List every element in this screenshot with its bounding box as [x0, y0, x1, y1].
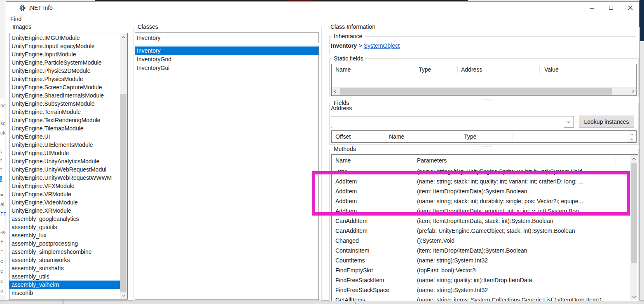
background-text-fragment: t — [0, 158, 2, 163]
images-list-item[interactable]: UnityEngine.ScreenCaptureModule — [9, 83, 120, 91]
method-row[interactable]: CanAddItem(item: ItemDrop/ItemData; stac… — [332, 216, 631, 226]
images-list-item[interactable]: assembly_googleanalytics — [9, 215, 120, 223]
address-combobox[interactable] — [331, 116, 574, 128]
images-list-item[interactable]: UnityEngine.SharedInternalsModule — [9, 91, 120, 100]
method-name-cell: ContainsItem — [335, 246, 414, 255]
method-params-cell: (item: ItemDrop/ItemData; stack: int):Sy… — [417, 216, 630, 226]
images-list-item[interactable]: assembly_sunshafts — [9, 264, 120, 272]
images-list-item[interactable]: assembly_postprocessing — [9, 239, 120, 248]
column-header[interactable]: Address — [461, 64, 482, 75]
spinner-up-icon[interactable] — [628, 132, 635, 137]
images-list-item[interactable]: UnityEngine.IMGUIModule — [9, 34, 120, 42]
method-row[interactable]: FindEmptySlot(topFirst: bool):Vector2i — [332, 265, 631, 275]
inheritance-label: Inheritance — [332, 33, 364, 39]
images-list-item[interactable]: assembly_utils — [9, 272, 120, 281]
classes-list-item[interactable]: Inventory — [135, 46, 318, 55]
images-list-item[interactable]: assembly_guiutils — [9, 223, 120, 231]
address-combo-input[interactable] — [332, 117, 564, 128]
images-list-item[interactable]: UnityEngine.TextRenderingModule — [9, 116, 120, 124]
class-information-label: Class Information — [329, 23, 377, 30]
close-button[interactable] — [621, 2, 640, 14]
method-name-cell: CanAddItem — [335, 226, 414, 236]
column-separator — [457, 66, 458, 73]
column-header[interactable]: Type — [464, 131, 476, 142]
column-header[interactable]: Parameters — [417, 155, 447, 166]
background-text-fragment: = — [0, 248, 3, 254]
images-list-item[interactable]: UnityEngine.VFXModule — [9, 182, 120, 190]
method-row[interactable]: Changed():System.Void — [332, 236, 631, 246]
images-list-item[interactable]: assembly_valheim — [9, 281, 120, 289]
method-row[interactable]: CanAddItem(prefab: UnityEngine.GameObjec… — [332, 226, 631, 236]
images-list-item[interactable]: UnityEngine.InputModule — [9, 50, 120, 58]
images-list-item[interactable]: UnityEngine.VideoModule — [9, 198, 120, 207]
combo-dropdown-icon[interactable] — [564, 116, 572, 127]
images-list-item[interactable]: UnityEngine.UI — [9, 132, 120, 141]
images-list-item[interactable]: UnityEngine.UIElementsModule — [9, 141, 120, 149]
method-row[interactable]: GetAllItems(name: string; items: System.… — [332, 295, 631, 301]
minimize-button[interactable] — [582, 2, 601, 14]
column-header[interactable]: Name — [389, 131, 404, 142]
column-header[interactable]: Name — [335, 64, 351, 75]
fields-spinner[interactable] — [628, 132, 635, 142]
method-row[interactable]: CountItems(name: string):System.Int32 — [332, 255, 631, 265]
scrollbar-thumb[interactable] — [120, 94, 126, 292]
classes-listbox[interactable]: InventoryInventoryGridInventoryGui — [135, 46, 319, 300]
images-listbox[interactable]: UnityEngine.IMGUIModuleUnityEngine.Input… — [9, 33, 128, 299]
images-list-item[interactable]: UnityEngine.ParticleSystemModule — [9, 58, 120, 67]
scroll-up-icon[interactable] — [630, 155, 637, 162]
column-separator — [415, 66, 415, 73]
menu-item-find[interactable]: Find — [8, 14, 24, 24]
images-list-item[interactable]: UnityEngine.SubsystemsModule — [9, 100, 120, 108]
method-row[interactable]: FindFreeStackSpace(name: string):System.… — [332, 285, 631, 295]
method-row[interactable]: ContainsItem(item: ItemDrop/ItemData):Sy… — [332, 246, 631, 255]
scroll-left-icon[interactable] — [332, 87, 339, 95]
images-list-item[interactable]: UnityEngine.VRModule — [9, 190, 120, 198]
splitter-handle-icon[interactable]: ······· — [479, 98, 493, 101]
classes-groupbox: Classes InventoryInventoryGridInventoryG… — [133, 27, 322, 301]
class-filter-input[interactable] — [135, 32, 319, 43]
images-list-item[interactable]: mscorlib — [9, 289, 120, 297]
classes-list-item[interactable]: InventoryGui — [135, 64, 318, 72]
images-list-item[interactable]: UnityEngine.InputLegacyModule — [9, 42, 120, 50]
method-name-cell: Changed — [335, 236, 414, 246]
images-list-item[interactable]: UnityEngine.UnityWebRequestModul — [9, 165, 120, 174]
column-header[interactable]: Type — [419, 64, 431, 75]
images-list-item[interactable]: UnityEngine.UIModule — [9, 149, 120, 157]
scroll-up-icon[interactable] — [120, 34, 127, 41]
images-list-item[interactable]: assembly_lux — [9, 231, 120, 239]
base-class-link[interactable]: SystemObject — [364, 42, 400, 49]
background-window-right-edge — [639, 0, 644, 41]
images-list-item[interactable]: UnityEngine.XRModule — [9, 207, 120, 215]
scrollbar-thumb[interactable] — [340, 88, 612, 95]
scroll-right-icon[interactable] — [629, 87, 636, 95]
titlebar[interactable]: .NET Info — [6, 2, 639, 14]
column-header[interactable]: Value — [544, 64, 559, 75]
images-list-item[interactable]: UnityEngine.PhysicsModule — [9, 75, 120, 83]
scroll-down-icon[interactable] — [120, 292, 127, 299]
images-scrollbar[interactable] — [120, 34, 127, 299]
lookup-instances-button[interactable]: Lookup instances — [579, 116, 634, 128]
classes-list-item[interactable]: InventoryGrid — [135, 55, 318, 64]
images-list-item[interactable]: UnityEngine.UnityAnalyticsModule — [9, 157, 120, 165]
scroll-down-icon[interactable] — [630, 293, 637, 300]
column-header[interactable]: Name — [335, 155, 351, 166]
spinner-down-icon[interactable] — [628, 137, 635, 142]
method-row[interactable]: FindFreeStackItem(name: string; quality:… — [332, 275, 631, 285]
images-list-item[interactable]: UnityEngine.TilemapModule — [9, 124, 120, 132]
splitter-handle-icon[interactable]: ······· — [479, 145, 493, 148]
images-list-item[interactable]: UnityEngine.UnityWebRequestWWWM — [9, 174, 120, 182]
maximize-button[interactable] — [602, 2, 621, 14]
gear-app-icon — [19, 5, 26, 12]
background-text-fragment: t — [0, 148, 2, 154]
static-fields-hscrollbar[interactable] — [332, 87, 636, 95]
column-header[interactable]: Offset — [335, 131, 351, 142]
images-list-item[interactable]: assembly_steamworks — [9, 256, 120, 264]
methods-scrollbar[interactable] — [630, 155, 637, 300]
background-text-fragment: = — [0, 192, 3, 198]
images-list-item[interactable]: UnityEngine.Physics2DModule — [9, 67, 120, 75]
background-text-fragment: -a — [0, 230, 5, 235]
scrollbar-thumb[interactable] — [631, 163, 637, 263]
background-text-fragment: t — [0, 167, 2, 172]
images-list-item[interactable]: assembly_simplemeshcombine — [9, 248, 120, 256]
images-list-item[interactable]: UnityEngine.TerrainModule — [9, 108, 120, 116]
